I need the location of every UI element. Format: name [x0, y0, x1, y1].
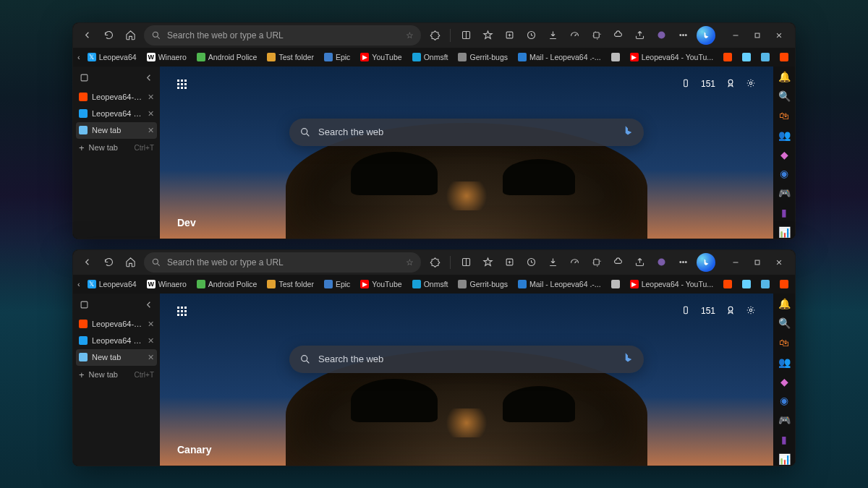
- bookmark-item[interactable]: WWinaero: [144, 51, 190, 63]
- sidebar-chart-icon[interactable]: 📊: [778, 453, 791, 466]
- ntp-search-box[interactable]: Search the web: [289, 346, 644, 373]
- close-button[interactable]: [769, 27, 789, 43]
- tabs-icon[interactable]: [79, 299, 90, 312]
- rewards-icon[interactable]: [726, 78, 736, 90]
- vertical-tab-active[interactable]: New tab ✕: [76, 122, 157, 139]
- maximize-button[interactable]: [747, 27, 767, 43]
- bookmark-item[interactable]: Mail - Leopeva64 .-...: [515, 51, 604, 63]
- mobile-icon[interactable]: [681, 305, 691, 317]
- bookmark-item[interactable]: [608, 51, 623, 63]
- tabs-icon[interactable]: [79, 72, 90, 85]
- vertical-tab[interactable]: Leopeva64-2 (u/Le ✕: [73, 316, 160, 333]
- bookmark-item[interactable]: 𝕏Leopeva64: [85, 51, 140, 63]
- favorites-button[interactable]: [480, 254, 495, 270]
- bookmark-item[interactable]: Onmsft: [409, 278, 451, 290]
- bookmark-item[interactable]: Gerrit-bugs: [455, 51, 511, 63]
- performance-button[interactable]: [566, 27, 582, 43]
- bookmark-item[interactable]: Epic: [321, 278, 353, 290]
- bookmark-item[interactable]: [739, 51, 754, 63]
- vertical-tab[interactable]: Leopeva64 (@Leop ✕: [73, 333, 160, 349]
- performance-button[interactable]: [566, 254, 582, 270]
- bookmark-item[interactable]: Onmsft: [409, 51, 451, 63]
- close-tab-icon[interactable]: ✕: [148, 109, 154, 119]
- profile-button[interactable]: [653, 254, 669, 270]
- collections-button[interactable]: [501, 254, 517, 270]
- bookmark-item[interactable]: 𝕏Leopeva64: [85, 278, 140, 290]
- bookmark-item[interactable]: Android Police: [194, 278, 260, 290]
- bookmark-item[interactable]: [758, 51, 773, 63]
- collections-button[interactable]: [501, 27, 517, 43]
- bookmark-item[interactable]: Gerrit-bugs: [455, 278, 511, 290]
- split-screen-button[interactable]: [458, 27, 474, 43]
- address-bar[interactable]: Search the web or type a URL ☆: [144, 252, 421, 273]
- vertical-tab[interactable]: Leopeva64 (@Leop ✕: [73, 106, 160, 122]
- back-button[interactable]: [79, 27, 95, 43]
- home-button[interactable]: [122, 27, 138, 43]
- bookmark-folder[interactable]: Test folder: [264, 278, 316, 290]
- sidebar-games-icon[interactable]: 🎮: [778, 187, 791, 200]
- bookmark-item[interactable]: Epic: [321, 51, 353, 63]
- share-button[interactable]: [631, 27, 647, 43]
- close-button[interactable]: [769, 254, 789, 270]
- mobile-icon[interactable]: [681, 78, 691, 90]
- apps-grid-icon[interactable]: [177, 80, 187, 89]
- bookmark-item[interactable]: Mail - Leopeva64 .-...: [515, 278, 604, 290]
- close-tab-icon[interactable]: ✕: [148, 320, 154, 329]
- close-tab-icon[interactable]: ✕: [148, 336, 154, 346]
- extensions-button[interactable]: [588, 254, 604, 270]
- history-button[interactable]: [523, 254, 539, 270]
- more-button[interactable]: [675, 254, 691, 270]
- share-button[interactable]: [631, 254, 647, 270]
- bookmark-item[interactable]: ▶YouTube: [357, 278, 404, 290]
- shopping-button[interactable]: [427, 27, 443, 43]
- bookmark-item[interactable]: ▶Leopeva64 - YouTu...: [627, 278, 716, 290]
- sidebar-search-icon[interactable]: 🔍: [778, 317, 791, 329]
- sidebar-search-icon[interactable]: 🔍: [778, 90, 791, 102]
- bookmark-item[interactable]: [720, 51, 735, 63]
- bookmark-item[interactable]: ▶YouTube: [357, 51, 404, 63]
- refresh-button[interactable]: [101, 27, 116, 43]
- split-screen-button[interactable]: [458, 254, 474, 270]
- sidebar-shopping-icon[interactable]: 🛍: [778, 336, 791, 348]
- back-button[interactable]: [79, 254, 95, 270]
- bookmark-item[interactable]: Android Police: [194, 51, 260, 63]
- extensions-button[interactable]: [588, 27, 604, 43]
- close-tab-icon[interactable]: ✕: [148, 93, 154, 102]
- sidebar-bell-icon[interactable]: 🔔: [778, 71, 791, 83]
- sidebar-bell-icon[interactable]: 🔔: [778, 298, 791, 310]
- bookmark-item[interactable]: ▶Leopeva64 - YouTu...: [627, 51, 716, 63]
- bing-button[interactable]: [697, 26, 715, 45]
- more-button[interactable]: [675, 27, 691, 43]
- browser-essentials-button[interactable]: [610, 27, 626, 43]
- sidebar-m365-icon[interactable]: ◆: [778, 375, 791, 388]
- vertical-tab[interactable]: Leopeva64-2 (u/Le ✕: [73, 89, 160, 106]
- sidebar-outlook-icon[interactable]: ◉: [778, 168, 791, 180]
- bookmark-scroll-left[interactable]: ‹: [77, 277, 80, 291]
- maximize-button[interactable]: [747, 254, 767, 270]
- profile-button[interactable]: [653, 27, 669, 43]
- sidebar-shopping-icon[interactable]: 🛍: [778, 109, 791, 121]
- bookmark-item[interactable]: [758, 278, 773, 290]
- sidebar-onenote-icon[interactable]: ▮: [778, 207, 791, 219]
- minimize-button[interactable]: [726, 27, 746, 43]
- downloads-button[interactable]: [545, 254, 561, 270]
- bookmark-folder[interactable]: Test folder: [264, 51, 316, 63]
- favorite-star-icon[interactable]: ☆: [406, 257, 414, 267]
- sidebar-games-icon[interactable]: 🎮: [778, 414, 791, 427]
- home-button[interactable]: [122, 254, 138, 270]
- downloads-button[interactable]: [545, 27, 561, 43]
- sidebar-outlook-icon[interactable]: ◉: [778, 395, 791, 407]
- apps-grid-icon[interactable]: [177, 307, 187, 316]
- voice-search-icon[interactable]: [622, 125, 634, 139]
- vertical-tab-active[interactable]: New tab ✕: [76, 349, 157, 366]
- bookmark-item[interactable]: WWinaero: [144, 278, 190, 290]
- favorite-star-icon[interactable]: ☆: [406, 30, 414, 40]
- bing-button[interactable]: [697, 253, 715, 272]
- minimize-button[interactable]: [726, 254, 746, 270]
- bookmark-item[interactable]: [720, 278, 735, 290]
- collapse-tabs-icon[interactable]: [143, 299, 154, 312]
- favorites-button[interactable]: [480, 27, 495, 43]
- bookmark-item[interactable]: [777, 278, 791, 290]
- bookmark-item[interactable]: [739, 278, 754, 290]
- settings-icon[interactable]: [746, 78, 756, 90]
